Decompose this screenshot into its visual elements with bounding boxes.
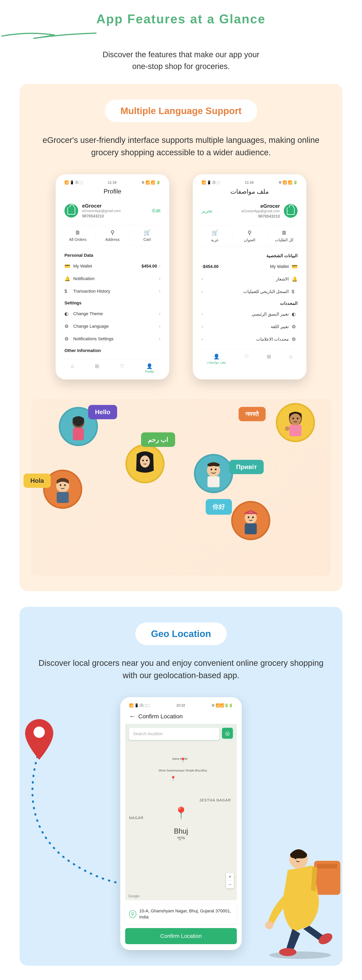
title-underline <box>0 30 98 40</box>
chevron-left-icon: ‹ <box>202 337 203 342</box>
nav-home[interactable]: ⌂ <box>289 353 292 364</box>
feature-title-box: Geo Location <box>135 622 227 645</box>
svg-point-27 <box>269 951 331 959</box>
back-button[interactable]: ← <box>129 713 135 720</box>
greeting-hello: Hello <box>88 405 117 419</box>
locate-button[interactable]: ◎ <box>222 728 233 739</box>
page-title: App Features at a Glance <box>0 12 362 26</box>
location-pin-icon: 📍 <box>174 806 189 820</box>
map-poi-label: Shree Swaminarayan Temple Bhuj-Bhuj <box>159 769 207 772</box>
edit-button[interactable]: تحرير <box>202 208 213 214</box>
all-orders-button[interactable]: 🗎كل الطلبات <box>267 229 302 242</box>
search-input[interactable]: Search location <box>129 728 219 740</box>
transaction-item[interactable]: $Transaction History› <box>60 285 164 298</box>
notification-item[interactable]: 🔔Notification› <box>60 272 164 285</box>
cart-button[interactable]: 🛒Cart <box>130 229 164 242</box>
wallet-item[interactable]: 💳My Wallet$454.00› <box>60 260 164 272</box>
feature-card-geolocation: Geo Location Discover local grocers near… <box>20 607 342 966</box>
theme-item[interactable]: ◐تغيير النسق الرئيسي‹ <box>198 308 302 320</box>
svg-point-23 <box>297 418 298 419</box>
theme-icon: ◐ <box>64 311 70 317</box>
cart-icon: 🛒 <box>198 229 232 236</box>
location-icon: ⚲ <box>129 910 137 918</box>
bell-icon: 🔔 <box>292 276 298 282</box>
svg-point-2 <box>80 421 81 422</box>
transaction-item[interactable]: $السجل التاريخي للعمليات‹ <box>198 285 302 298</box>
section-settings: المحددات <box>198 298 302 308</box>
map-pin-icon <box>22 717 57 764</box>
google-logo: Google <box>128 894 140 898</box>
feature-desc: eGrocer's user-friendly interface suppor… <box>31 134 331 159</box>
screen-title: ملف مواصفات <box>198 188 302 195</box>
city-label: Bhuj <box>174 827 188 835</box>
page-subtitle: Discover the features that make our app … <box>0 49 362 72</box>
feature-title: Geo Location <box>151 628 211 639</box>
status-bar: 📶 📱 ⓢ ⬚ 11:16 ⚙ 📶 📶 🔋 <box>198 180 302 188</box>
svg-point-10 <box>142 460 144 461</box>
svg-point-26 <box>33 727 45 738</box>
svg-point-5 <box>60 484 61 486</box>
nav-grid[interactable]: ⊞ <box>267 353 271 364</box>
avatar <box>284 204 298 218</box>
profile-email: eGrocerApp@gmail.com <box>82 209 148 213</box>
address-icon: ⚲ <box>95 229 130 236</box>
section-other: Other Information <box>60 345 164 355</box>
address-button[interactable]: ⚲العنوان <box>232 229 267 242</box>
svg-rect-19 <box>245 523 257 534</box>
dollar-icon: $ <box>292 289 298 294</box>
nav-profile[interactable]: 👤Profile <box>145 363 154 374</box>
nav-profile[interactable]: 👤ملف مواصفات <box>206 353 226 364</box>
svg-point-31 <box>295 857 296 859</box>
section-personal-data: Personal Data <box>60 250 164 260</box>
profile-phone: 9876543210 <box>216 214 280 218</box>
svg-point-33 <box>279 948 296 956</box>
greeting-pryvit: Привіт <box>229 460 264 474</box>
nav-favorites[interactable]: ♡ <box>120 363 124 374</box>
cart-button[interactable]: 🛒عربة <box>198 229 232 242</box>
profile-email: eGrocerApp@gmail.com <box>216 209 280 213</box>
address-button[interactable]: ⚲Address <box>95 229 130 242</box>
all-orders-button[interactable]: 🗎All Orders <box>60 229 95 242</box>
section-settings: Settings <box>60 298 164 307</box>
map-view[interactable]: Search location ◎ Aaina Mahal Shree Swam… <box>125 724 237 900</box>
greeting-namaste: नमस्ते <box>238 407 266 421</box>
profile-header: eGrocer eGrocerApp@gmail.com 9876543210 … <box>60 200 164 221</box>
feature-title-box: Multiple Language Support <box>105 100 257 122</box>
theme-icon: ◐ <box>292 312 298 317</box>
svg-point-13 <box>211 469 212 470</box>
nav-favorites[interactable]: ♡ <box>244 353 249 364</box>
language-item[interactable]: ⚙Change Language› <box>60 320 164 332</box>
svg-point-21 <box>290 414 301 425</box>
edit-button[interactable]: Edit <box>152 208 160 213</box>
profile-phone: 9876543210 <box>82 214 148 218</box>
svg-rect-24 <box>289 425 302 436</box>
nav-home[interactable]: ⌂ <box>71 363 74 374</box>
bell-icon: 🔔 <box>64 276 70 282</box>
profile-header: eGrocer eGrocerApp@gmail.com 9876543210 … <box>198 200 302 221</box>
notif-settings-item[interactable]: ⚙محددات الاعلامات‹ <box>198 333 302 345</box>
orders-icon: 🗎 <box>267 229 302 236</box>
chevron-left-icon: ‹ <box>202 277 203 282</box>
orders-icon: 🗎 <box>60 229 95 236</box>
svg-rect-29 <box>317 864 337 869</box>
notification-item[interactable]: 🔔الاشعار‹ <box>198 273 302 285</box>
svg-point-11 <box>146 460 148 461</box>
confirm-location-button[interactable]: Confirm Location <box>125 928 237 944</box>
address-text: 10-A, Ghanshyam Nagar, Bhuj, Gujarat 370… <box>139 908 233 920</box>
poi-pin-icon: 📍 <box>170 776 176 781</box>
svg-point-6 <box>64 484 66 486</box>
zoom-in-button[interactable]: + <box>226 873 234 881</box>
zoom-out-button[interactable]: − <box>226 881 234 888</box>
notif-settings-item[interactable]: ⚙Notifications Settings› <box>60 332 164 345</box>
chevron-left-icon: ‹ <box>202 264 203 269</box>
wallet-item[interactable]: 💳My Wallet$454.00‹ <box>198 260 302 273</box>
svg-point-17 <box>248 517 249 518</box>
settings-icon: ⚙ <box>64 336 70 342</box>
avatar <box>64 204 78 218</box>
chevron-left-icon: ‹ <box>202 289 203 294</box>
feature-desc: Discover local grocers near you and enjo… <box>31 657 331 681</box>
theme-item[interactable]: ◐Change Theme› <box>60 307 164 320</box>
language-item[interactable]: ⚙تغيير اللغة‹ <box>198 320 302 333</box>
delivery-person-illustration <box>256 842 350 960</box>
nav-grid[interactable]: ⊞ <box>95 363 99 374</box>
